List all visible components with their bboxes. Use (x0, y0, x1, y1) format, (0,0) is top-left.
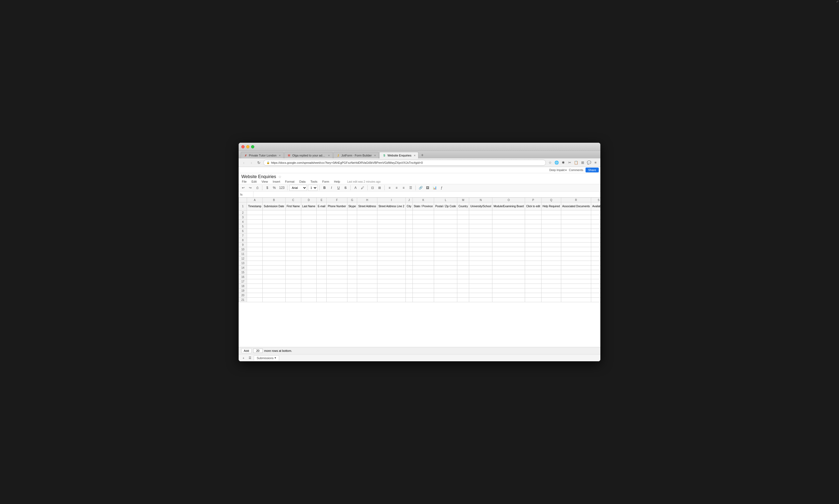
cell-O6[interactable] (492, 229, 525, 233)
cell-I15[interactable] (377, 270, 405, 275)
cell-L9[interactable] (434, 242, 457, 247)
cell-D13[interactable] (301, 261, 316, 266)
cell-E3[interactable] (316, 215, 326, 220)
cell-L15[interactable] (434, 270, 457, 275)
cell-P3[interactable] (525, 215, 542, 220)
url-bar[interactable]: 🔒 https://docs.google.com/spreadsheet/cc… (263, 160, 546, 166)
cell-J10[interactable] (405, 247, 413, 252)
cell-F4[interactable] (327, 220, 347, 224)
col-header-K[interactable]: K (413, 198, 434, 202)
cell-G18[interactable] (347, 284, 357, 288)
cell-Q20[interactable] (541, 293, 561, 298)
header-cell-17[interactable]: Associated Documents (561, 202, 591, 211)
cell-H12[interactable] (357, 256, 378, 261)
cell-H13[interactable] (357, 261, 378, 266)
underline-button[interactable]: U (335, 185, 342, 191)
cell-K17[interactable] (413, 279, 434, 284)
header-cell-13[interactable]: University/School (469, 202, 492, 211)
cell-I20[interactable] (377, 293, 405, 298)
cell-S19[interactable] (591, 288, 600, 293)
cell-R16[interactable] (561, 275, 591, 279)
cell-Q8[interactable] (541, 238, 561, 242)
cell-O10[interactable] (492, 247, 525, 252)
add-sheet-button[interactable]: + (241, 355, 246, 361)
cell-M4[interactable] (457, 220, 469, 224)
cell-G6[interactable] (347, 229, 357, 233)
align-center-button[interactable]: ≡ (394, 185, 400, 191)
cell-N7[interactable] (469, 233, 492, 238)
cell-L19[interactable] (434, 288, 457, 293)
cell-F16[interactable] (327, 275, 347, 279)
cell-D14[interactable] (301, 266, 316, 270)
cell-S17[interactable] (591, 279, 600, 284)
extension1-icon[interactable]: ✱ (560, 160, 566, 165)
cell-Q10[interactable] (541, 247, 561, 252)
cell-D6[interactable] (301, 229, 316, 233)
header-cell-11[interactable]: Postal / Zip Code (434, 202, 457, 211)
cell-L18[interactable] (434, 284, 457, 288)
header-cell-9[interactable]: City (405, 202, 413, 211)
row-header-18[interactable]: 18 (239, 284, 247, 288)
cell-F17[interactable] (327, 279, 347, 284)
cell-J2[interactable] (405, 211, 413, 215)
cell-A15[interactable] (247, 270, 263, 275)
cell-L17[interactable] (434, 279, 457, 284)
cell-I21[interactable] (377, 298, 405, 302)
cell-R9[interactable] (561, 242, 591, 247)
cell-C5[interactable] (285, 224, 301, 229)
cell-R10[interactable] (561, 247, 591, 252)
col-header-M[interactable]: M (457, 198, 469, 202)
cell-S13[interactable] (591, 261, 600, 266)
cell-C11[interactable] (285, 252, 301, 256)
fill-color-button[interactable]: 🖊 (360, 185, 366, 191)
cell-S7[interactable] (591, 233, 600, 238)
cell-H6[interactable] (357, 229, 378, 233)
menu-item-format[interactable]: Format (284, 180, 295, 183)
cell-L5[interactable] (434, 224, 457, 229)
cell-C13[interactable] (285, 261, 301, 266)
list-button[interactable]: ☰ (408, 185, 414, 191)
minimize-button[interactable] (246, 145, 249, 148)
cell-K18[interactable] (413, 284, 434, 288)
cell-L16[interactable] (434, 275, 457, 279)
cell-L21[interactable] (434, 298, 457, 302)
cell-A3[interactable] (247, 215, 263, 220)
cell-F3[interactable] (327, 215, 347, 220)
cell-C10[interactable] (285, 247, 301, 252)
cell-P2[interactable] (525, 211, 542, 215)
cell-Q15[interactable] (541, 270, 561, 275)
cell-Q21[interactable] (541, 298, 561, 302)
share-button[interactable]: Share (585, 167, 599, 173)
browser-tab-tab4[interactable]: SWebsite Enquiries× (379, 152, 418, 158)
chrome-icon[interactable]: 🌐 (554, 160, 559, 165)
header-cell-16[interactable]: Help Required (541, 202, 561, 211)
cell-C9[interactable] (285, 242, 301, 247)
cell-C3[interactable] (285, 215, 301, 220)
cell-J21[interactable] (405, 298, 413, 302)
cell-P15[interactable] (525, 270, 542, 275)
cell-O13[interactable] (492, 261, 525, 266)
cell-Q5[interactable] (541, 224, 561, 229)
cell-E14[interactable] (316, 266, 326, 270)
cell-A16[interactable] (247, 275, 263, 279)
cell-N4[interactable] (469, 220, 492, 224)
align-right-button[interactable]: ≡ (401, 185, 406, 191)
cell-R17[interactable] (561, 279, 591, 284)
cell-B12[interactable] (263, 256, 285, 261)
cell-Q2[interactable] (541, 211, 561, 215)
cell-R20[interactable] (561, 293, 591, 298)
cell-C15[interactable] (285, 270, 301, 275)
cell-G14[interactable] (347, 266, 357, 270)
cell-I4[interactable] (377, 220, 405, 224)
cell-K13[interactable] (413, 261, 434, 266)
col-header-D[interactable]: D (301, 198, 316, 202)
cell-D11[interactable] (301, 252, 316, 256)
cell-D5[interactable] (301, 224, 316, 229)
cell-E12[interactable] (316, 256, 326, 261)
cell-R2[interactable] (561, 211, 591, 215)
cell-F20[interactable] (327, 293, 347, 298)
cell-K4[interactable] (413, 220, 434, 224)
borders-button[interactable]: ⊡ (370, 185, 375, 191)
cell-H14[interactable] (357, 266, 378, 270)
menu-item-edit[interactable]: Edit (251, 180, 257, 183)
